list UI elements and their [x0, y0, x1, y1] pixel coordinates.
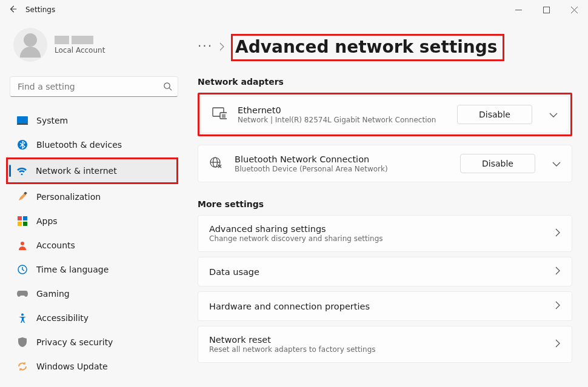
profile-account-type: Local Account [55, 46, 105, 55]
svg-line-5 [169, 88, 172, 90]
ethernet-icon [212, 107, 227, 122]
brush-icon [17, 191, 28, 202]
svg-rect-10 [18, 216, 22, 220]
setting-sub: Change network discovery and sharing set… [209, 234, 383, 243]
wifi-icon [16, 165, 27, 176]
disable-button[interactable]: Disable [457, 105, 532, 124]
sidebar-item-network[interactable]: Network & internet [9, 159, 176, 182]
svg-rect-6 [17, 116, 28, 124]
search-container [10, 76, 178, 97]
avatar [13, 28, 47, 62]
settings-window: Settings Local Account [0, 0, 588, 387]
sidebar-menu: System Bluetooth & devices Network & int… [10, 109, 179, 378]
search-input[interactable] [10, 76, 178, 97]
disable-button[interactable]: Disable [460, 154, 535, 173]
sidebar-item-label: Accessibility [36, 313, 89, 323]
svg-rect-1 [543, 7, 549, 13]
sidebar-item-label: Accounts [36, 240, 75, 250]
adapter-sub: Bluetooth Device (Personal Area Network) [235, 165, 449, 173]
chevron-down-icon[interactable] [549, 109, 558, 121]
sidebar-item-system[interactable]: System [10, 109, 179, 132]
clock-icon [17, 264, 28, 275]
sidebar-item-label: Network & internet [36, 166, 117, 176]
sidebar-item-label: Windows Update [36, 362, 108, 371]
chevron-right-icon [555, 339, 561, 350]
svg-rect-11 [23, 216, 27, 220]
gaming-icon [17, 288, 28, 299]
sidebar-item-accessibility[interactable]: Accessibility [10, 306, 179, 329]
more-settings-label: More settings [198, 199, 576, 209]
system-icon [17, 115, 28, 126]
svg-rect-18 [220, 113, 227, 119]
sidebar-item-label: Privacy & security [36, 337, 113, 347]
sidebar-item-time[interactable]: Time & language [10, 258, 179, 281]
sidebar-item-apps[interactable]: Apps [10, 210, 179, 233]
apps-icon [17, 216, 28, 227]
adapter-name: Ethernet0 [238, 105, 446, 115]
sidebar-item-label: Gaming [36, 289, 70, 299]
profile-block[interactable]: Local Account [10, 25, 179, 75]
chevron-right-icon [555, 300, 561, 312]
svg-point-14 [21, 242, 24, 245]
profile-name-redacted [55, 36, 105, 44]
sidebar-item-update[interactable]: Windows Update [10, 355, 179, 378]
adapter-sub: Network | Intel(R) 82574L Gigabit Networ… [238, 116, 446, 124]
sidebar-item-personalization[interactable]: Personalization [10, 185, 179, 208]
sidebar-item-label: Apps [36, 216, 58, 226]
back-button[interactable] [8, 4, 17, 16]
svg-rect-13 [23, 222, 27, 226]
adapter-ethernet0[interactable]: Ethernet0 Network | Intel(R) 82574L Giga… [201, 96, 569, 133]
shield-icon [17, 337, 28, 348]
svg-rect-12 [18, 222, 22, 226]
sidebar-item-label: System [36, 116, 68, 125]
sidebar-item-label: Time & language [36, 265, 109, 274]
main-content: ··· Advanced network settings Network ad… [182, 19, 588, 387]
close-button[interactable] [560, 0, 588, 19]
window-title: Settings [25, 5, 55, 14]
sidebar-item-accounts[interactable]: Accounts [10, 234, 179, 257]
maximize-button[interactable] [532, 0, 560, 19]
sidebar-item-privacy[interactable]: Privacy & security [10, 331, 179, 354]
highlighted-adapter: Ethernet0 Network | Intel(R) 82574L Giga… [198, 93, 572, 136]
chevron-down-icon[interactable] [552, 158, 561, 170]
breadcrumb-more-icon[interactable]: ··· [198, 39, 213, 57]
svg-rect-7 [17, 124, 28, 125]
adapter-bluetooth[interactable]: Bluetooth Network Connection Bluetooth D… [198, 145, 572, 182]
sidebar-item-bluetooth[interactable]: Bluetooth & devices [10, 133, 179, 156]
setting-sub: Reset all network adapters to factory se… [209, 345, 376, 354]
chevron-right-icon [219, 42, 225, 53]
setting-title: Advanced sharing settings [209, 224, 383, 234]
setting-title: Data usage [209, 267, 259, 277]
chevron-right-icon [555, 266, 561, 277]
titlebar: Settings [0, 0, 588, 19]
bluetooth-icon [17, 139, 28, 150]
adapters-section-label: Network adapters [198, 77, 576, 87]
accessibility-icon [17, 313, 28, 323]
breadcrumb: ··· Advanced network settings [198, 34, 576, 61]
page-title: Advanced network settings [231, 34, 504, 61]
setting-title: Network reset [209, 335, 376, 345]
setting-data-usage[interactable]: Data usage [198, 257, 572, 286]
setting-advanced-sharing[interactable]: Advanced sharing settings Change network… [198, 215, 572, 252]
adapter-name: Bluetooth Network Connection [235, 154, 449, 164]
minimize-button[interactable] [504, 0, 532, 19]
sidebar: Local Account System Bluetooth & devices [0, 19, 182, 387]
svg-point-4 [164, 83, 170, 88]
search-icon [163, 82, 172, 93]
setting-title: Hardware and connection properties [209, 302, 370, 311]
setting-hardware-properties[interactable]: Hardware and connection properties [198, 291, 572, 321]
accounts-icon [17, 240, 28, 251]
sidebar-item-label: Bluetooth & devices [36, 140, 122, 150]
setting-network-reset[interactable]: Network reset Reset all network adapters… [198, 326, 572, 363]
update-icon [17, 361, 28, 372]
globe-icon [209, 156, 224, 171]
svg-point-16 [21, 314, 24, 316]
chevron-right-icon [555, 228, 561, 239]
sidebar-item-label: Personalization [36, 192, 101, 202]
sidebar-item-gaming[interactable]: Gaming [10, 282, 179, 305]
